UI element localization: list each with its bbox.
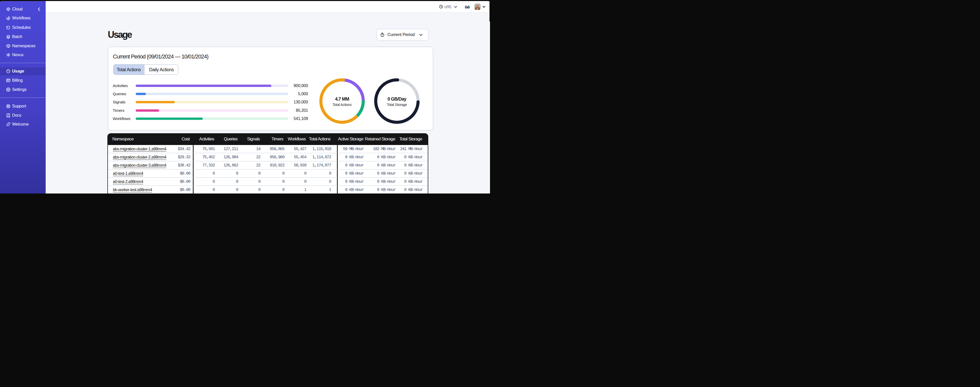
svg-text:Total Storage: Total Storage bbox=[387, 102, 407, 106]
svg-text:Total Actions: Total Actions bbox=[332, 102, 352, 106]
svg-text:0 GB/Day: 0 GB/Day bbox=[387, 96, 406, 102]
svg-text:4.7 MM: 4.7 MM bbox=[335, 96, 349, 102]
